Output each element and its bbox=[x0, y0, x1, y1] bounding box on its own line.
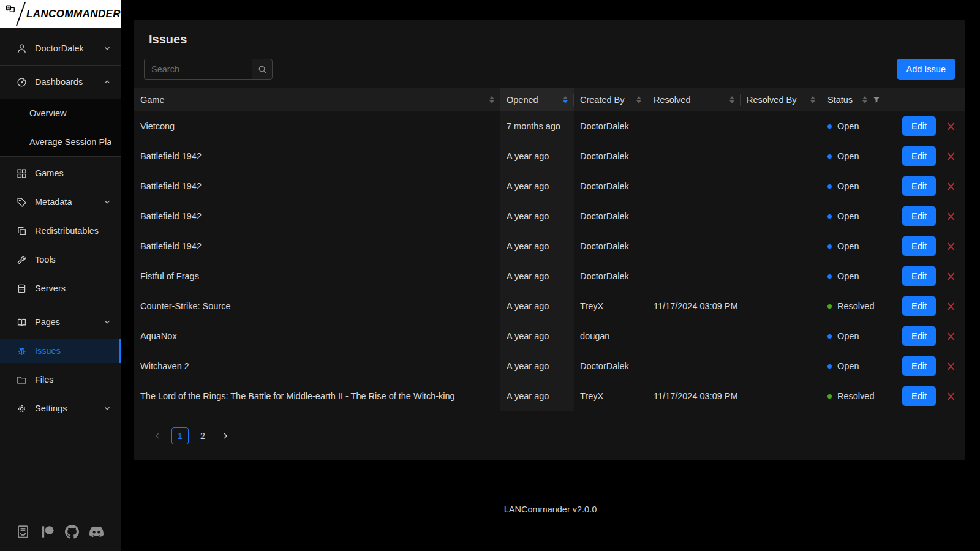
sort-carets-icon[interactable] bbox=[636, 96, 641, 103]
add-issue-button[interactable]: Add Issue bbox=[897, 59, 956, 80]
sidebar-item-doctordalek[interactable]: DoctorDalek bbox=[0, 36, 121, 61]
sidebar-item-overview[interactable]: Overview bbox=[0, 99, 121, 127]
brand-name: LANCOMMANDER bbox=[26, 8, 121, 20]
column-header-resolved[interactable]: Resolved bbox=[647, 88, 741, 111]
sidebar-item-pages[interactable]: Pages bbox=[0, 310, 121, 334]
delete-icon[interactable] bbox=[946, 212, 956, 221]
sort-carets-icon[interactable] bbox=[862, 96, 867, 103]
delete-icon[interactable] bbox=[946, 302, 956, 311]
edit-button[interactable]: Edit bbox=[902, 176, 936, 196]
cell-game: Battlefield 1942 bbox=[134, 231, 500, 261]
cell-resolved bbox=[647, 141, 741, 171]
gear-icon bbox=[17, 403, 27, 414]
column-header-created-by[interactable]: Created By bbox=[574, 88, 647, 111]
sidebar-item-servers[interactable]: Servers bbox=[0, 276, 121, 301]
table-row: Battlefield 1942 A year ago DoctorDalek … bbox=[134, 141, 965, 171]
cell-resolved bbox=[647, 111, 741, 141]
cell-created-by: DoctorDalek bbox=[574, 231, 647, 261]
docs-icon[interactable] bbox=[16, 525, 30, 539]
table-row: Battlefield 1942 A year ago DoctorDalek … bbox=[134, 201, 965, 231]
sidebar-item-average-session-pla[interactable]: Average Session Pla... bbox=[0, 127, 121, 156]
delete-icon[interactable] bbox=[946, 332, 956, 341]
cell-created-by: DoctorDalek bbox=[574, 261, 647, 291]
app-logo[interactable]: LANCOMMANDER bbox=[0, 0, 121, 28]
sidebar-menu: DoctorDalek Dashboards Overview Average … bbox=[0, 28, 121, 421]
edit-button[interactable]: Edit bbox=[902, 326, 936, 346]
status-label: Open bbox=[837, 331, 859, 341]
column-header-resolved-by[interactable]: Resolved By bbox=[741, 88, 821, 111]
delete-icon[interactable] bbox=[946, 152, 956, 161]
pagination-page-1[interactable]: 1 bbox=[172, 427, 189, 444]
edit-button[interactable]: Edit bbox=[902, 236, 936, 256]
cell-resolved-by bbox=[741, 171, 821, 201]
sort-carets-icon[interactable] bbox=[489, 96, 494, 103]
cell-status: Open bbox=[821, 111, 886, 141]
sort-carets-icon[interactable] bbox=[729, 96, 734, 103]
cell-created-by: DoctorDalek bbox=[574, 201, 647, 231]
status-label: Open bbox=[837, 361, 859, 371]
edit-button[interactable]: Edit bbox=[902, 356, 936, 376]
status-label: Open bbox=[837, 241, 859, 251]
search-button[interactable] bbox=[252, 59, 273, 80]
status-dot-icon bbox=[827, 184, 832, 189]
sidebar-item-files[interactable]: Files bbox=[0, 367, 121, 392]
edit-button[interactable]: Edit bbox=[902, 146, 936, 166]
search-icon bbox=[258, 65, 267, 74]
tag-icon bbox=[17, 197, 27, 208]
sidebar-item-dashboards[interactable]: Dashboards bbox=[0, 70, 121, 94]
main-content: Issues Add Issue GameOpenedCreated By bbox=[121, 0, 980, 551]
column-label: Opened bbox=[507, 95, 558, 105]
cell-actions: Edit bbox=[886, 381, 965, 411]
table-row: Counter-Strike: Source A year ago TreyX … bbox=[134, 291, 965, 321]
sidebar-item-metadata[interactable]: Metadata bbox=[0, 190, 121, 214]
cell-resolved-by bbox=[741, 201, 821, 231]
logo-slash bbox=[16, 2, 26, 26]
column-header-game[interactable]: Game bbox=[134, 88, 500, 111]
edit-button[interactable]: Edit bbox=[902, 206, 936, 226]
sidebar-item-games[interactable]: Games bbox=[0, 161, 121, 186]
column-label: Created By bbox=[580, 95, 631, 105]
pagination-page-2[interactable]: 2 bbox=[194, 427, 211, 444]
sidebar-item-redistributables[interactable]: Redistributables bbox=[0, 219, 121, 243]
delete-icon[interactable] bbox=[946, 392, 956, 401]
sort-carets-icon[interactable] bbox=[563, 96, 568, 103]
cell-created-by: TreyX bbox=[574, 381, 647, 411]
delete-icon[interactable] bbox=[946, 242, 956, 251]
sidebar-item-settings[interactable]: Settings bbox=[0, 396, 121, 421]
edit-button[interactable]: Edit bbox=[902, 296, 936, 316]
pagination-prev-icon[interactable] bbox=[149, 427, 166, 444]
sidebar-item-issues[interactable]: Issues bbox=[0, 339, 121, 363]
cell-resolved-by bbox=[741, 141, 821, 171]
cell-created-by: DoctorDalek bbox=[574, 111, 647, 141]
delete-icon[interactable] bbox=[946, 182, 956, 191]
cell-opened: A year ago bbox=[500, 261, 574, 291]
cell-status: Open bbox=[821, 231, 886, 261]
patreon-icon[interactable] bbox=[40, 525, 55, 539]
discord-icon[interactable] bbox=[89, 525, 104, 539]
delete-icon[interactable] bbox=[946, 362, 956, 371]
column-header-opened[interactable]: Opened bbox=[500, 88, 574, 111]
status-dot-icon bbox=[827, 334, 832, 339]
sidebar-item-tools[interactable]: Tools bbox=[0, 247, 121, 272]
cell-opened: A year ago bbox=[500, 201, 574, 231]
pagination-next-icon[interactable] bbox=[217, 427, 234, 444]
filter-funnel-icon[interactable] bbox=[873, 96, 880, 103]
edit-button[interactable]: Edit bbox=[902, 386, 936, 406]
menu-divider bbox=[0, 305, 121, 305]
search-input[interactable] bbox=[144, 59, 252, 80]
sort-carets-icon[interactable] bbox=[810, 96, 815, 103]
cell-actions: Edit bbox=[886, 141, 965, 171]
delete-icon[interactable] bbox=[946, 122, 956, 131]
github-icon[interactable] bbox=[65, 525, 79, 539]
cell-game: Battlefield 1942 bbox=[134, 141, 500, 171]
delete-icon[interactable] bbox=[946, 272, 956, 281]
menu-divider bbox=[0, 156, 121, 157]
column-header-status[interactable]: Status bbox=[821, 88, 886, 111]
edit-button[interactable]: Edit bbox=[902, 116, 936, 136]
edit-button[interactable]: Edit bbox=[902, 266, 936, 286]
cell-resolved-by bbox=[741, 111, 821, 141]
cell-game: Counter-Strike: Source bbox=[134, 291, 500, 321]
cell-actions: Edit bbox=[886, 231, 965, 261]
cell-resolved bbox=[647, 171, 741, 201]
dashboard-icon bbox=[17, 77, 27, 88]
